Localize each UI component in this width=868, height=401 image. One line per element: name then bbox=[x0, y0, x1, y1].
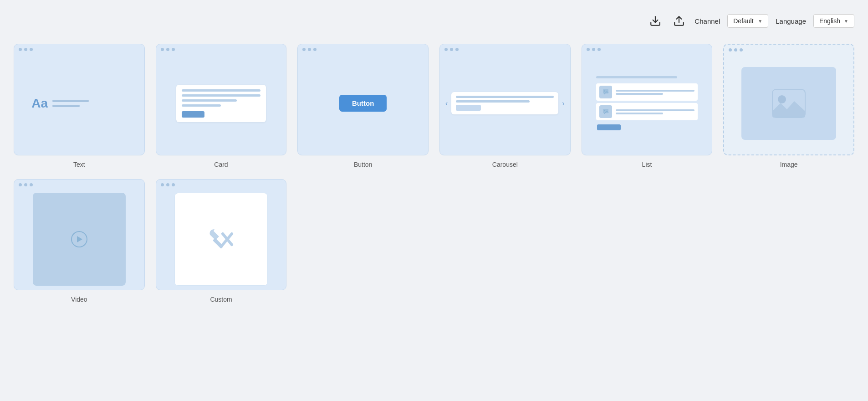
dot bbox=[587, 48, 590, 51]
preview-dots bbox=[298, 44, 428, 54]
custom-preview-body bbox=[156, 189, 286, 291]
list-preview-body bbox=[582, 54, 712, 155]
dot bbox=[302, 48, 306, 51]
button-preview-btn: Button bbox=[339, 95, 387, 112]
preview-dots bbox=[724, 45, 853, 54]
card-item-carousel[interactable]: ‹ › Carousel bbox=[439, 44, 571, 168]
text-line-short bbox=[52, 105, 80, 107]
list-line-full bbox=[616, 90, 694, 92]
dot bbox=[308, 48, 311, 51]
dot bbox=[740, 48, 743, 51]
list-line-full bbox=[616, 109, 694, 111]
card-preview-text: Aa bbox=[14, 44, 145, 155]
play-triangle bbox=[77, 236, 82, 242]
card-preview-body bbox=[156, 54, 286, 155]
card-inner-btn bbox=[182, 111, 204, 118]
card-label-card: Card bbox=[214, 161, 228, 168]
card-label-text: Text bbox=[73, 161, 85, 168]
channel-dropdown[interactable]: Default ▼ bbox=[727, 14, 768, 28]
list-lines bbox=[616, 90, 694, 95]
custom-preview-inner bbox=[174, 193, 267, 286]
card-item-card[interactable]: Card bbox=[156, 44, 287, 168]
card-label-custom: Custom bbox=[210, 296, 232, 303]
dot bbox=[444, 48, 448, 51]
card-label-video: Video bbox=[71, 296, 87, 303]
preview-dots bbox=[156, 44, 286, 54]
dot bbox=[592, 48, 595, 51]
language-dropdown[interactable]: English ▼ bbox=[813, 14, 854, 28]
card-preview-card bbox=[156, 44, 287, 155]
dot bbox=[30, 183, 33, 186]
carousel-right-arrow: › bbox=[562, 99, 564, 108]
list-line-half bbox=[616, 113, 663, 114]
channel-caret: ▼ bbox=[758, 19, 762, 24]
image-preview-body bbox=[724, 54, 853, 154]
dot bbox=[313, 48, 317, 51]
text-preview-inner: Aa bbox=[31, 96, 127, 111]
dot bbox=[161, 48, 164, 51]
toolbar-icons bbox=[647, 13, 687, 29]
list-img-placeholder bbox=[599, 105, 612, 118]
card-item-image[interactable]: Image bbox=[723, 44, 854, 168]
dot bbox=[161, 183, 164, 186]
card-preview-button: Button bbox=[297, 44, 429, 155]
card-line-long bbox=[182, 89, 260, 92]
carousel-line-medium bbox=[456, 100, 529, 103]
language-value: English bbox=[819, 17, 840, 25]
svg-point-3 bbox=[604, 91, 606, 92]
language-caret: ▼ bbox=[844, 19, 848, 24]
video-preview-inner bbox=[33, 193, 126, 286]
play-circle bbox=[71, 231, 87, 247]
text-aa: Aa bbox=[31, 96, 48, 111]
carousel-slide bbox=[451, 92, 558, 114]
carousel-left-arrow: ‹ bbox=[445, 99, 448, 108]
dot bbox=[450, 48, 453, 51]
card-line-medium bbox=[182, 99, 237, 102]
card-item-list[interactable]: List bbox=[582, 44, 713, 168]
button-preview-body: Button bbox=[298, 54, 428, 155]
dot bbox=[19, 183, 22, 186]
list-row bbox=[596, 103, 697, 120]
preview-dots bbox=[14, 180, 144, 189]
dot bbox=[166, 48, 169, 51]
dot bbox=[734, 48, 737, 51]
dot bbox=[597, 48, 601, 51]
list-bottom-btn bbox=[597, 124, 621, 130]
toolbar: Channel Default ▼ Language English ▼ bbox=[14, 9, 854, 33]
dot bbox=[24, 183, 27, 186]
preview-dots bbox=[156, 180, 286, 189]
wrench-cross-icon bbox=[206, 225, 235, 254]
image-icon bbox=[771, 87, 807, 119]
list-row bbox=[596, 83, 697, 101]
video-preview-body bbox=[14, 189, 144, 291]
card-label-list: List bbox=[642, 161, 652, 168]
preview-dots bbox=[440, 44, 570, 54]
carousel-preview-body: ‹ › bbox=[440, 54, 570, 155]
carousel-line-btn bbox=[456, 105, 481, 111]
card-line-short bbox=[182, 104, 221, 107]
import-button[interactable] bbox=[647, 13, 664, 29]
card-preview-carousel: ‹ › bbox=[439, 44, 571, 155]
card-inner bbox=[176, 85, 266, 122]
dot bbox=[729, 48, 732, 51]
preview-dots bbox=[14, 44, 144, 54]
cards-row1: Aa Text bbox=[14, 44, 854, 168]
card-label-carousel: Carousel bbox=[492, 161, 518, 168]
card-item-video[interactable]: Video bbox=[14, 179, 145, 303]
list-preview-inner bbox=[596, 76, 697, 130]
channel-value: Default bbox=[733, 17, 753, 25]
list-btn-row bbox=[596, 124, 697, 130]
card-preview-video bbox=[14, 179, 145, 291]
carousel-preview-inner: ‹ › bbox=[445, 92, 565, 114]
card-item-custom[interactable]: Custom bbox=[156, 179, 287, 303]
export-button[interactable] bbox=[671, 13, 687, 29]
card-line-long bbox=[182, 94, 260, 97]
text-line-medium bbox=[52, 100, 89, 102]
card-preview-list bbox=[582, 44, 713, 155]
dot bbox=[19, 48, 22, 51]
card-item-text[interactable]: Aa Text bbox=[14, 44, 145, 168]
svg-rect-8 bbox=[213, 238, 224, 249]
card-item-button[interactable]: Button Button bbox=[297, 44, 429, 168]
dot bbox=[30, 48, 33, 51]
image-preview-inner bbox=[741, 67, 836, 140]
